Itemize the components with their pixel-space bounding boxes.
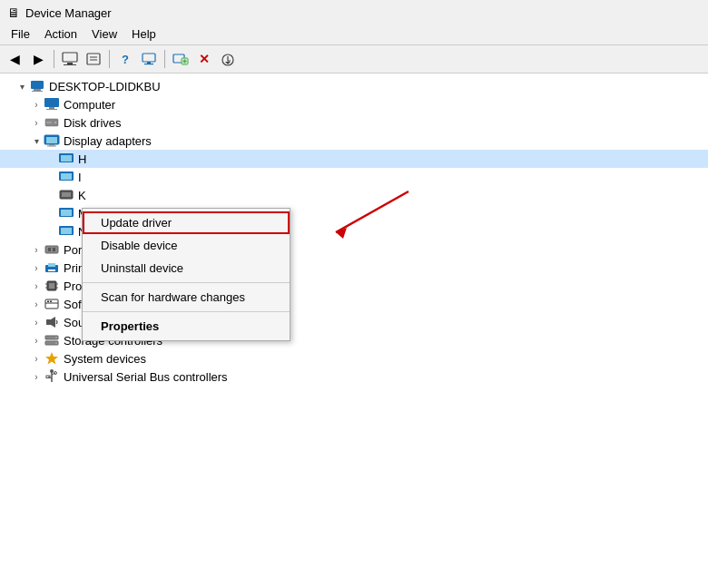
svg-rect-29 <box>61 155 72 162</box>
ctx-separator-1 <box>83 282 290 283</box>
software-icon <box>44 296 60 312</box>
back-button[interactable]: ◀ <box>4 48 25 70</box>
computer-label: Computer <box>64 98 115 112</box>
svg-rect-15 <box>31 81 44 89</box>
svg-point-57 <box>55 337 57 338</box>
software-chevron: › <box>29 299 44 309</box>
root-icon <box>29 78 45 94</box>
processors-chevron: › <box>29 281 44 291</box>
svg-rect-0 <box>63 53 77 62</box>
root-chevron: ▾ <box>15 82 29 92</box>
main-content: ▾ DESKTOP-LDIDKBU › Co <box>0 74 708 588</box>
toolbar-sep-2 <box>109 50 110 68</box>
h-icon <box>58 151 74 167</box>
svg-rect-54 <box>46 319 51 325</box>
update-driver-toolbar-button[interactable] <box>217 48 239 70</box>
usb-label: Universal Serial Bus controllers <box>64 370 228 384</box>
display-icon <box>44 132 60 149</box>
toolbar-sep-3 <box>164 50 165 68</box>
svg-rect-17 <box>32 91 43 92</box>
menu-view[interactable]: View <box>84 25 124 43</box>
svg-rect-26 <box>49 144 54 146</box>
usb-chevron: › <box>29 372 44 382</box>
svg-point-61 <box>50 369 54 373</box>
tree-item-i[interactable]: I <box>0 168 708 186</box>
context-menu: Update driver Disable device Uninstall d… <box>82 208 290 341</box>
svg-rect-42 <box>48 263 55 267</box>
svg-rect-45 <box>49 283 54 289</box>
computer-chevron: › <box>29 100 44 110</box>
devices-list-button[interactable] <box>59 48 81 70</box>
menu-file[interactable]: File <box>4 25 37 43</box>
disk-icon <box>44 114 60 131</box>
tree-item-k[interactable]: K <box>0 186 708 204</box>
menu-bar: File Action View Help <box>0 24 708 45</box>
storage-chevron: › <box>29 336 44 346</box>
svg-rect-53 <box>50 301 52 303</box>
ctx-separator-2 <box>83 311 290 312</box>
svg-point-22 <box>54 121 57 124</box>
ctx-uninstall-device[interactable]: Uninstall device <box>83 257 290 279</box>
processors-icon <box>44 278 60 294</box>
n-icon <box>58 223 74 240</box>
ctx-update-driver[interactable]: Update driver <box>83 211 290 234</box>
tree-item-usb[interactable]: › Universal Serial Bus controllers <box>0 368 708 386</box>
svg-rect-6 <box>143 54 155 62</box>
display-chevron: ▾ <box>29 136 44 146</box>
sound-icon <box>44 314 60 330</box>
title-bar-icon: 🖥 <box>7 5 20 20</box>
svg-rect-52 <box>47 301 49 303</box>
help-button[interactable]: ? <box>114 48 136 70</box>
system-chevron: › <box>29 354 44 364</box>
menu-help[interactable]: Help <box>124 25 163 43</box>
svg-rect-8 <box>144 64 153 64</box>
m-icon <box>58 205 74 221</box>
svg-rect-2 <box>64 64 76 65</box>
tree-item-computer[interactable]: › Computer <box>0 95 708 113</box>
tree-item-h[interactable]: H <box>0 150 708 168</box>
usb-icon <box>44 368 60 385</box>
svg-point-58 <box>55 342 57 344</box>
k-label: K <box>78 189 86 202</box>
title-bar-text: Device Manager <box>25 6 112 20</box>
svg-rect-39 <box>48 248 51 251</box>
ports-icon <box>44 241 60 258</box>
svg-rect-3 <box>87 54 100 64</box>
ctx-properties[interactable]: Properties <box>83 315 290 338</box>
svg-rect-25 <box>46 137 57 143</box>
title-bar: 🖥 Device Manager <box>0 0 708 24</box>
h-label: H <box>78 152 86 166</box>
menu-action[interactable]: Action <box>37 25 84 43</box>
tree-item-system[interactable]: › System devices <box>0 349 708 368</box>
system-icon <box>44 350 60 367</box>
svg-rect-27 <box>47 146 56 147</box>
svg-marker-59 <box>45 352 58 365</box>
network-button[interactable] <box>138 48 160 70</box>
forward-button[interactable]: ▶ <box>27 48 49 70</box>
system-label: System devices <box>64 352 146 366</box>
sound-chevron: › <box>29 318 44 328</box>
i-icon <box>58 169 74 185</box>
computer-icon <box>44 96 60 113</box>
toolbar-sep-1 <box>54 50 54 68</box>
tree-item-disk[interactable]: › Disk drives <box>0 113 708 132</box>
svg-rect-20 <box>46 109 57 110</box>
tree-item-display[interactable]: ▾ Display adapters <box>0 132 708 150</box>
svg-rect-19 <box>49 107 54 109</box>
svg-rect-40 <box>53 248 55 251</box>
display-label: Display adapters <box>64 134 152 148</box>
print-chevron: › <box>29 263 44 273</box>
disk-label: Disk drives <box>64 116 122 130</box>
svg-marker-14 <box>225 62 231 64</box>
tree-root[interactable]: ▾ DESKTOP-LDIDKBU <box>0 77 708 95</box>
svg-rect-18 <box>44 98 59 107</box>
ctx-scan-hardware[interactable]: Scan for hardware changes <box>83 286 290 309</box>
i-label: I <box>78 171 82 184</box>
disk-chevron: › <box>29 118 44 128</box>
add-device-button[interactable] <box>170 48 192 70</box>
ctx-disable-device[interactable]: Disable device <box>83 234 290 257</box>
properties-button[interactable] <box>83 48 104 70</box>
remove-button[interactable]: ✕ <box>193 48 215 70</box>
svg-rect-7 <box>147 62 151 64</box>
k-icon <box>58 187 74 203</box>
